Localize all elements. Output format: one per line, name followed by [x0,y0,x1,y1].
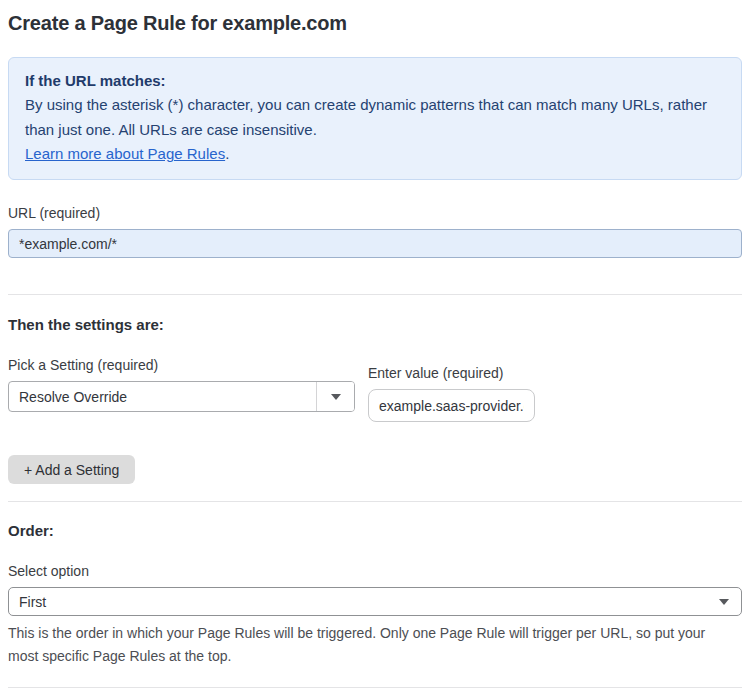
page-title: Create a Page Rule for example.com [8,12,742,35]
order-heading: Order: [8,522,742,539]
footer-divider [8,687,742,688]
order-dropdown-value: First [19,594,719,610]
settings-heading: Then the settings are: [8,316,742,333]
info-box-heading: If the URL matches: [25,69,725,93]
url-field-label: URL (required) [8,205,742,221]
setting-dropdown[interactable]: Resolve Override [8,381,355,412]
section-divider [8,294,742,295]
setting-picker-column: Pick a Setting (required) Resolve Overri… [8,357,355,412]
add-setting-button[interactable]: + Add a Setting [8,455,135,484]
setting-value-label: Enter value (required) [368,365,535,381]
setting-value-column: Enter value (required) [368,357,535,422]
order-select-label: Select option [8,563,742,579]
setting-dropdown-value: Resolve Override [9,382,316,411]
chevron-down-icon [331,394,341,400]
learn-more-link[interactable]: Learn more about Page Rules [25,145,225,162]
url-input[interactable] [8,229,742,258]
order-dropdown[interactable]: First [8,587,742,616]
url-match-info-box: If the URL matches: By using the asteris… [8,57,742,180]
section-divider [8,501,742,502]
info-box-body: By using the asterisk (*) character, you… [25,93,725,142]
order-help-text: This is the order in which your Page Rul… [8,622,728,667]
chevron-down-icon [719,599,729,605]
setting-dropdown-arrow-button[interactable] [316,382,354,411]
settings-row: Pick a Setting (required) Resolve Overri… [8,357,742,422]
info-box-link-line: Learn more about Page Rules. [25,142,725,166]
link-suffix: . [225,145,229,162]
page-rule-form: Create a Page Rule for example.com If th… [0,0,750,691]
setting-picker-label: Pick a Setting (required) [8,357,355,373]
setting-value-input[interactable] [368,389,535,422]
